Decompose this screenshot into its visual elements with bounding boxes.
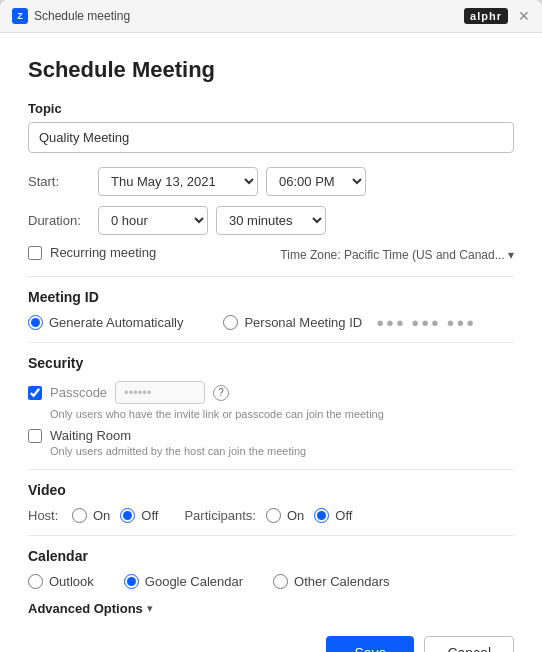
personal-id-value: ●●● ●●● ●●● bbox=[376, 315, 476, 330]
host-off-radio[interactable] bbox=[120, 508, 135, 523]
video-title: Video bbox=[28, 482, 514, 498]
participants-off-radio[interactable] bbox=[314, 508, 329, 523]
app-icon: Z bbox=[12, 8, 28, 24]
advanced-options-row[interactable]: Advanced Options ▾ bbox=[28, 601, 514, 616]
generate-auto-label: Generate Automatically bbox=[49, 315, 183, 330]
advanced-options-label: Advanced Options bbox=[28, 601, 143, 616]
host-label: Host: bbox=[28, 508, 66, 523]
start-time-select[interactable]: 06:00 PM bbox=[266, 167, 366, 196]
outlook-radio[interactable] bbox=[28, 574, 43, 589]
save-button[interactable]: Save bbox=[326, 636, 414, 652]
google-calendar-label: Google Calendar bbox=[145, 574, 243, 589]
divider-1 bbox=[28, 276, 514, 277]
security-title: Security bbox=[28, 355, 514, 371]
recurring-checkbox[interactable] bbox=[28, 246, 42, 260]
participants-on-radio[interactable] bbox=[266, 508, 281, 523]
passcode-label: Passcode bbox=[50, 385, 107, 400]
personal-id-label: Personal Meeting ID bbox=[244, 315, 362, 330]
waiting-room-hint: Only users admitted by the host can join… bbox=[50, 445, 514, 457]
generate-auto-radio[interactable] bbox=[28, 315, 43, 330]
waiting-room-checkbox[interactable] bbox=[28, 429, 42, 443]
other-calendars-label: Other Calendars bbox=[294, 574, 389, 589]
personal-id-radio[interactable] bbox=[223, 315, 238, 330]
divider-2 bbox=[28, 342, 514, 343]
host-on-radio[interactable] bbox=[72, 508, 87, 523]
duration-hour-select[interactable]: 0 hour 1 hour 2 hours bbox=[98, 206, 208, 235]
topic-label: Topic bbox=[28, 101, 514, 116]
page-title: Schedule Meeting bbox=[28, 57, 514, 83]
passcode-hint: Only users who have the invite link or p… bbox=[50, 408, 514, 420]
close-icon[interactable]: ✕ bbox=[518, 8, 530, 24]
timezone-text[interactable]: Time Zone: Pacific Time (US and Canad...… bbox=[280, 248, 514, 262]
title-bar: Z Schedule meeting alphr ✕ bbox=[0, 0, 542, 33]
duration-minutes-select[interactable]: 30 minutes 0 minutes 15 minutes 45 minut… bbox=[216, 206, 326, 235]
passcode-input[interactable] bbox=[115, 381, 205, 404]
host-on-label: On bbox=[93, 508, 110, 523]
alphr-badge: alphr bbox=[464, 8, 508, 24]
divider-4 bbox=[28, 535, 514, 536]
participants-off-label: Off bbox=[335, 508, 352, 523]
advanced-options-chevron: ▾ bbox=[147, 602, 153, 615]
meeting-id-title: Meeting ID bbox=[28, 289, 514, 305]
footer-buttons: Save Cancel bbox=[28, 632, 514, 652]
passcode-checkbox[interactable] bbox=[28, 386, 42, 400]
outlook-label: Outlook bbox=[49, 574, 94, 589]
waiting-room-label: Waiting Room bbox=[50, 428, 131, 443]
calendar-title: Calendar bbox=[28, 548, 514, 564]
participants-label: Participants: bbox=[184, 508, 256, 523]
participants-on-label: On bbox=[287, 508, 304, 523]
help-icon[interactable]: ? bbox=[213, 385, 229, 401]
cancel-button[interactable]: Cancel bbox=[424, 636, 514, 652]
google-calendar-radio[interactable] bbox=[124, 574, 139, 589]
title-bar-text: Schedule meeting bbox=[34, 9, 130, 23]
other-calendars-radio[interactable] bbox=[273, 574, 288, 589]
start-label: Start: bbox=[28, 174, 90, 189]
start-date-select[interactable]: Thu May 13, 2021 bbox=[98, 167, 258, 196]
host-off-label: Off bbox=[141, 508, 158, 523]
topic-input[interactable] bbox=[28, 122, 514, 153]
recurring-label: Recurring meeting bbox=[50, 245, 156, 260]
divider-3 bbox=[28, 469, 514, 470]
duration-label: Duration: bbox=[28, 213, 90, 228]
